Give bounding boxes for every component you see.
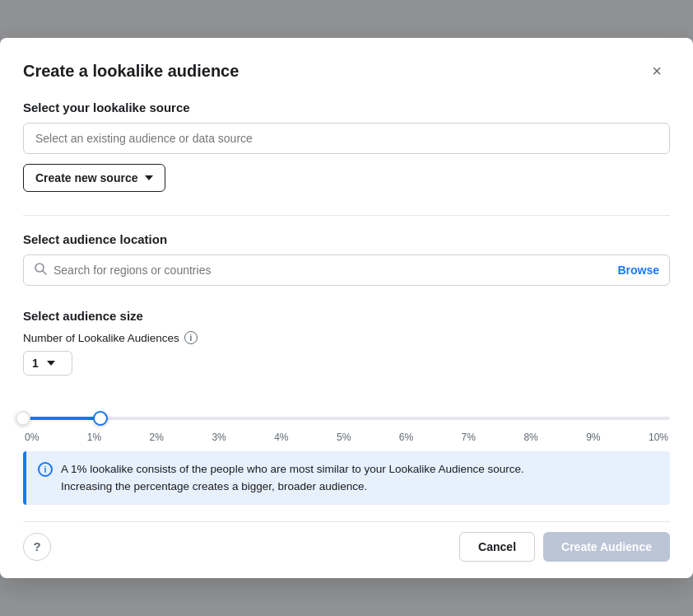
help-button[interactable]: ? xyxy=(23,533,51,561)
tick-0: 0% xyxy=(25,432,39,443)
tick-3: 3% xyxy=(212,432,226,443)
tick-6: 6% xyxy=(399,432,413,443)
slider-track-wrap[interactable] xyxy=(23,410,670,427)
tick-10: 10% xyxy=(649,432,668,443)
location-search-wrap: Browse xyxy=(23,254,670,286)
tick-8: 8% xyxy=(523,432,537,443)
info-box-text: A 1% lookalike consists of the people wh… xyxy=(61,461,524,495)
browse-button[interactable]: Browse xyxy=(617,260,659,280)
cancel-button[interactable]: Cancel xyxy=(459,532,535,562)
location-section-label: Select audience location xyxy=(23,232,670,246)
lookalike-count-label-wrap: Number of Lookalike Audiences i xyxy=(23,331,670,344)
tick-4: 4% xyxy=(274,432,288,443)
info-box: i A 1% lookalike consists of the people … xyxy=(23,451,670,505)
location-search-input[interactable] xyxy=(53,255,617,285)
slider-thumb-right[interactable] xyxy=(93,411,108,426)
modal-dialog: Create a lookalike audience × Select you… xyxy=(0,38,693,578)
divider-1 xyxy=(23,215,670,216)
tick-5: 5% xyxy=(337,432,351,443)
tick-7: 7% xyxy=(462,432,476,443)
modal-header: Create a lookalike audience × xyxy=(23,58,670,84)
source-section-label: Select your lookalike source xyxy=(23,100,670,114)
info-line-1: A 1% lookalike consists of the people wh… xyxy=(61,463,524,475)
footer-actions: Cancel Create Audience xyxy=(459,532,670,562)
number-select-chevron-icon xyxy=(47,361,55,366)
tick-1: 1% xyxy=(87,432,101,443)
create-source-button[interactable]: Create new source xyxy=(23,164,165,192)
info-box-icon: i xyxy=(38,462,53,477)
slider-ticks: 0% 1% 2% 3% 4% 5% 6% 7% 8% 9% 10% xyxy=(23,432,670,443)
size-section-label: Select audience size xyxy=(23,309,670,323)
tick-9: 9% xyxy=(586,432,600,443)
slider-section: 0% 1% 2% 3% 4% 5% 6% 7% 8% 9% 10% xyxy=(23,410,670,443)
slider-track-bg xyxy=(23,417,670,420)
slider-thumb-left[interactable] xyxy=(16,411,30,426)
modal-title: Create a lookalike audience xyxy=(23,62,239,81)
info-icon[interactable]: i xyxy=(184,331,198,344)
number-select[interactable]: 1 xyxy=(23,351,72,376)
info-line-2: Increasing the percentage creates a bigg… xyxy=(61,480,367,492)
modal-footer: ? Cancel Create Audience xyxy=(23,521,670,562)
lookalike-count-label: Number of Lookalike Audiences xyxy=(23,332,179,344)
create-source-label: Create new source xyxy=(35,171,138,184)
number-select-value: 1 xyxy=(32,357,39,370)
close-button[interactable]: × xyxy=(644,58,670,84)
source-input[interactable] xyxy=(23,123,670,154)
svg-line-1 xyxy=(43,271,46,274)
search-icon xyxy=(34,262,47,278)
modal-overlay: Create a lookalike audience × Select you… xyxy=(0,0,693,616)
help-icon: ? xyxy=(33,539,40,553)
chevron-down-icon xyxy=(145,175,153,180)
tick-2: 2% xyxy=(150,432,164,443)
create-audience-button[interactable]: Create Audience xyxy=(543,532,670,562)
slider-track-fill xyxy=(23,417,100,420)
audience-size-section: Select audience size Number of Lookalike… xyxy=(23,309,670,395)
